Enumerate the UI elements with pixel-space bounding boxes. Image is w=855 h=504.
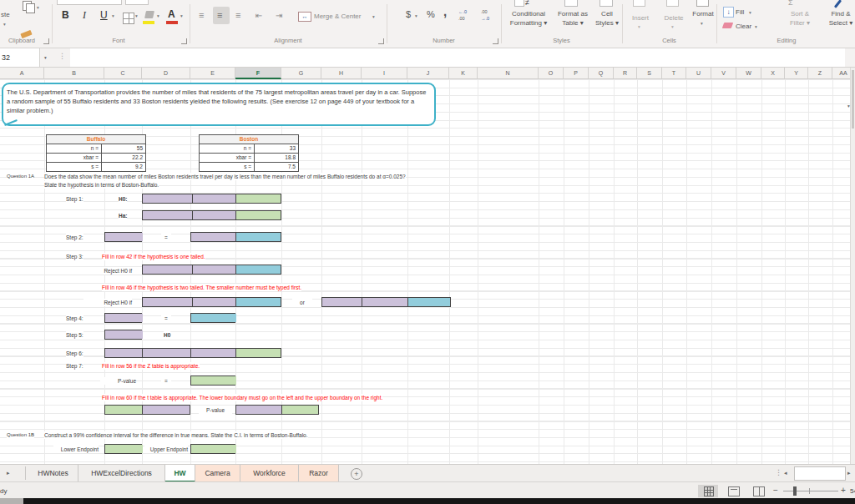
insert-button[interactable]: Insert [625, 14, 655, 22]
fill-dropdown-icon[interactable]: ▾ [749, 11, 751, 15]
name-box[interactable]: 32 [0, 48, 40, 67]
step5-input[interactable] [104, 330, 142, 340]
t-table-bounds-left-input[interactable] [104, 405, 190, 415]
name-box-dropdown-icon[interactable]: ▾ [44, 56, 47, 60]
bold-button[interactable]: B [62, 9, 69, 21]
column-header-E[interactable]: E [190, 68, 235, 79]
step6-input[interactable] [104, 348, 281, 358]
column-header-Q[interactable]: Q [589, 68, 614, 79]
column-header-J[interactable]: J [407, 68, 449, 79]
view-normal-button[interactable] [698, 485, 718, 497]
sheet-tab-hw[interactable]: HW [165, 465, 195, 482]
lower-endpoint-input[interactable] [104, 444, 142, 454]
merge-center-button[interactable]: Merge & Center [314, 13, 361, 20]
buffalo-xbar-value[interactable]: 22.2 [102, 154, 145, 162]
insert-dropdown-icon[interactable]: ▾ [638, 25, 640, 29]
fill-button[interactable]: Fill [736, 8, 744, 16]
expand-formula-bar-icon[interactable]: ▾ [847, 104, 850, 108]
column-header-T[interactable]: T [662, 68, 686, 79]
italic-button[interactable]: I [83, 9, 86, 22]
decrease-indent-icon[interactable]: ⇤ [255, 11, 262, 20]
merge-center-icon[interactable]: ↔ [298, 12, 311, 22]
horizontal-scrollbar[interactable] [794, 466, 846, 481]
font-color-dropdown-icon[interactable]: ▾ [180, 14, 183, 18]
column-header-D[interactable]: D [142, 68, 190, 79]
delete-button[interactable]: Delete [659, 14, 689, 22]
conditional-formatting-button[interactable]: Conditional [504, 10, 553, 18]
sheet-tab-workforce[interactable]: Workforce [240, 465, 299, 482]
formula-input-area[interactable] [70, 48, 845, 67]
paste-dropdown-icon[interactable]: ▾ [3, 23, 6, 27]
add-sheet-button[interactable]: + [351, 468, 362, 480]
underline-button[interactable]: U [100, 9, 108, 21]
find-select-button[interactable]: Find & [822, 10, 855, 18]
fill-color-dropdown-icon[interactable]: ▾ [157, 14, 159, 18]
column-header-Z[interactable]: Z [808, 68, 832, 79]
vertical-scrollbar[interactable] [850, 68, 855, 464]
buffalo-s-value[interactable]: 9.2 [102, 163, 145, 171]
sort-filter-button[interactable]: Sort & [782, 10, 818, 18]
step1-ha-input[interactable] [142, 210, 281, 220]
clipboard-dialog-launcher-icon[interactable] [43, 38, 49, 44]
sheet-tab-razor[interactable]: Razor [299, 465, 339, 482]
font-size-box[interactable] [125, 0, 149, 5]
p-value-input[interactable] [190, 375, 235, 386]
zoom-slider-thumb[interactable] [793, 486, 797, 496]
view-page-break-button[interactable] [748, 485, 768, 497]
number-dialog-launcher-icon[interactable] [493, 38, 498, 44]
sheet-tab-camera[interactable]: Camera [195, 465, 240, 482]
zoom-in-button[interactable]: + [841, 486, 846, 495]
boston-xbar-value[interactable]: 18.8 [255, 154, 298, 162]
currency-dropdown-icon[interactable]: ▾ [415, 14, 417, 18]
view-page-layout-button[interactable] [723, 485, 743, 497]
delete-dropdown-icon[interactable]: ▾ [671, 25, 674, 29]
step3-two-tailed-input-left[interactable] [142, 297, 281, 307]
autosum-icon[interactable]: Σ [788, 0, 793, 7]
step4-input-a[interactable] [104, 313, 142, 323]
boston-n-value[interactable]: 33 [255, 144, 298, 153]
zoom-out-button[interactable]: − [773, 486, 778, 495]
align-left-icon[interactable]: ≡ [199, 11, 204, 20]
align-right-icon[interactable]: ≡ [235, 11, 240, 20]
step1-h0-input[interactable] [142, 194, 281, 204]
tabbar-divider-dots-icon[interactable]: ⋮ [775, 468, 782, 476]
column-header-C[interactable]: C [104, 68, 142, 79]
clear-button[interactable]: Clear [736, 23, 751, 30]
column-header-I[interactable]: I [362, 68, 407, 79]
column-header-H[interactable]: H [321, 68, 362, 79]
zoom-slider[interactable] [783, 491, 838, 491]
column-header-X[interactable]: X [761, 68, 785, 79]
tab-scroll-right-icon[interactable]: ▸ [7, 470, 10, 476]
sheet-tab-hwexceldirections[interactable]: HWExcelDirections [78, 465, 165, 482]
upper-endpoint-input[interactable] [190, 444, 235, 454]
format-as-table-button[interactable]: Format as [553, 10, 593, 18]
cell-styles-button[interactable]: Cell [589, 10, 625, 18]
column-header-A[interactable]: A [0, 68, 44, 79]
percent-button[interactable]: % [427, 9, 435, 19]
column-header-S[interactable]: S [637, 68, 662, 79]
clear-dropdown-icon[interactable]: ▾ [755, 25, 757, 29]
boston-s-value[interactable]: 7.5 [255, 163, 298, 171]
merge-center-dropdown-icon[interactable]: ▾ [372, 15, 375, 19]
column-header-P[interactable]: P [564, 68, 589, 79]
column-header-F[interactable]: F [235, 68, 281, 79]
font-color-icon[interactable]: A [168, 8, 175, 20]
column-header-V[interactable]: V [711, 68, 736, 79]
decrease-decimal-button[interactable]: .00 →.0 [481, 8, 499, 23]
align-center-icon[interactable]: ≡ [217, 11, 222, 20]
fill-color-icon[interactable] [144, 11, 154, 18]
paste-button[interactable]: ste [1, 11, 10, 18]
column-header-U[interactable]: U [686, 68, 711, 79]
underline-dropdown-icon[interactable]: ▾ [112, 14, 114, 18]
step3-one-tailed-input[interactable] [142, 265, 281, 275]
column-header-W[interactable]: W [736, 68, 761, 79]
step2-input-b[interactable] [190, 232, 281, 242]
font-name-box[interactable] [57, 0, 122, 5]
hscroll-left-icon[interactable]: ◂ [784, 470, 787, 476]
format-dropdown-icon[interactable]: ▾ [701, 22, 703, 26]
step3-two-tailed-input-right[interactable] [321, 297, 451, 307]
font-dialog-launcher-icon[interactable] [181, 38, 187, 44]
format-button[interactable]: Format [686, 10, 720, 18]
currency-button[interactable]: $ [406, 9, 411, 19]
increase-decimal-button[interactable]: ←.0 .00 [458, 8, 477, 23]
